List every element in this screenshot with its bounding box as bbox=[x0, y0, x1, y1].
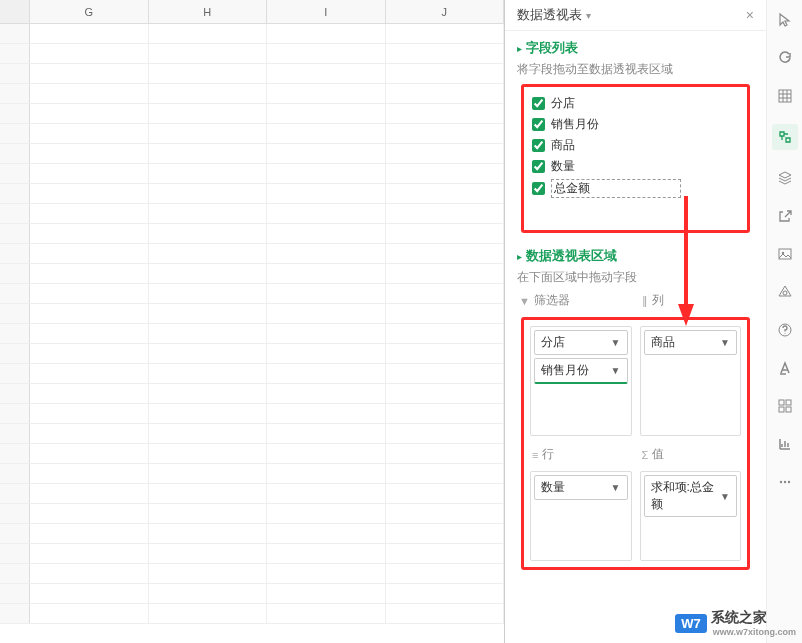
apps-icon[interactable] bbox=[775, 396, 795, 416]
values-icon: Σ bbox=[642, 449, 649, 461]
sheet-row[interactable] bbox=[0, 44, 504, 64]
field-checkbox[interactable] bbox=[532, 139, 545, 152]
sheet-row[interactable] bbox=[0, 464, 504, 484]
cursor-icon[interactable] bbox=[775, 10, 795, 30]
sheet-row[interactable] bbox=[0, 204, 504, 224]
sheet-row[interactable] bbox=[0, 124, 504, 144]
sheet-row[interactable] bbox=[0, 324, 504, 344]
pill-label: 数量 bbox=[541, 479, 565, 496]
values-label: Σ 值 bbox=[642, 446, 742, 463]
pill-label: 求和项:总金额 bbox=[651, 479, 721, 513]
shape-icon[interactable] bbox=[775, 282, 795, 302]
column-header-i[interactable]: I bbox=[267, 0, 386, 23]
svg-point-7 bbox=[783, 291, 787, 295]
values-dropzone[interactable]: 求和项:总金额▼ bbox=[640, 471, 742, 561]
sheet-row[interactable] bbox=[0, 444, 504, 464]
area-pill[interactable]: 销售月份▼ bbox=[534, 358, 628, 384]
sheet-row[interactable] bbox=[0, 544, 504, 564]
collapse-icon: ▸ bbox=[517, 43, 522, 54]
sheet-row[interactable] bbox=[0, 524, 504, 544]
sheet-row[interactable] bbox=[0, 564, 504, 584]
filter-label: ▼ 筛选器 bbox=[519, 292, 632, 309]
sheet-row[interactable] bbox=[0, 404, 504, 424]
chevron-down-icon[interactable]: ▼ bbox=[611, 482, 621, 493]
watermark: W7 系统之家 www.w7xitong.com bbox=[675, 609, 796, 637]
sheet-row[interactable] bbox=[0, 184, 504, 204]
chart-icon[interactable] bbox=[775, 434, 795, 454]
select-all-corner[interactable] bbox=[0, 0, 30, 23]
field-checkbox[interactable] bbox=[532, 97, 545, 110]
filter-dropzone[interactable]: 分店▼销售月份▼ bbox=[530, 326, 632, 436]
close-icon[interactable]: × bbox=[746, 7, 754, 23]
sheet-row[interactable] bbox=[0, 284, 504, 304]
sheet-row[interactable] bbox=[0, 244, 504, 264]
right-toolbar bbox=[766, 0, 802, 643]
sheet-row[interactable] bbox=[0, 164, 504, 184]
sheet-row[interactable] bbox=[0, 584, 504, 604]
field-item[interactable]: 商品 bbox=[532, 135, 739, 156]
sheet-row[interactable] bbox=[0, 144, 504, 164]
field-item[interactable]: 数量 bbox=[532, 156, 739, 177]
field-list-header[interactable]: ▸ 字段列表 bbox=[517, 39, 754, 57]
panel-dropdown-icon[interactable]: ▾ bbox=[586, 10, 591, 21]
image-icon[interactable] bbox=[775, 244, 795, 264]
field-checkbox[interactable] bbox=[532, 118, 545, 131]
svg-rect-13 bbox=[786, 407, 791, 412]
pivot-panel: 数据透视表 ▾ × ▸ 字段列表 将字段拖动至数据透视表区域 分店销售月份商品数… bbox=[505, 0, 802, 643]
area-pill[interactable]: 分店▼ bbox=[534, 330, 628, 355]
help-icon[interactable] bbox=[775, 320, 795, 340]
collapse-icon: ▸ bbox=[517, 251, 522, 262]
sheet-row[interactable] bbox=[0, 344, 504, 364]
areas-sub: 在下面区域中拖动字段 bbox=[517, 269, 754, 286]
areas-title: 数据透视表区域 bbox=[526, 247, 617, 265]
more-icon[interactable] bbox=[775, 472, 795, 492]
chevron-down-icon[interactable]: ▼ bbox=[720, 491, 730, 502]
svg-point-16 bbox=[787, 481, 789, 483]
rows-dropzone[interactable]: 数量▼ bbox=[530, 471, 632, 561]
sheet-row[interactable] bbox=[0, 224, 504, 244]
columns-dropzone[interactable]: 商品▼ bbox=[640, 326, 742, 436]
svg-rect-10 bbox=[779, 400, 784, 405]
share-icon[interactable] bbox=[775, 206, 795, 226]
areas-box: 分店▼销售月份▼ 商品▼ ≡ 行 Σ bbox=[521, 317, 750, 570]
sheet-row[interactable] bbox=[0, 304, 504, 324]
chevron-down-icon[interactable]: ▼ bbox=[720, 337, 730, 348]
table-icon[interactable] bbox=[775, 86, 795, 106]
area-pill[interactable]: 求和项:总金额▼ bbox=[644, 475, 738, 517]
sheet-row[interactable] bbox=[0, 604, 504, 624]
field-checkbox[interactable] bbox=[532, 182, 545, 195]
rows-label: ≡ 行 bbox=[532, 446, 632, 463]
chevron-down-icon[interactable]: ▼ bbox=[611, 365, 621, 376]
sheet-row[interactable] bbox=[0, 364, 504, 384]
spreadsheet-grid[interactable]: G H I J bbox=[0, 0, 505, 643]
sheet-row[interactable] bbox=[0, 424, 504, 444]
sheet-row[interactable] bbox=[0, 64, 504, 84]
area-pill[interactable]: 商品▼ bbox=[644, 330, 738, 355]
sheet-row[interactable] bbox=[0, 384, 504, 404]
areas-header[interactable]: ▸ 数据透视表区域 bbox=[517, 247, 754, 265]
field-item[interactable]: 总金额 bbox=[532, 177, 739, 200]
sheet-row[interactable] bbox=[0, 84, 504, 104]
sheet-row[interactable] bbox=[0, 484, 504, 504]
watermark-logo: W7 bbox=[675, 614, 707, 633]
sheet-row[interactable] bbox=[0, 504, 504, 524]
watermark-url: www.w7xitong.com bbox=[713, 627, 796, 637]
sheet-row[interactable] bbox=[0, 24, 504, 44]
column-header-g[interactable]: G bbox=[30, 0, 149, 23]
area-pill[interactable]: 数量▼ bbox=[534, 475, 628, 500]
field-label: 数量 bbox=[551, 158, 575, 175]
field-label: 商品 bbox=[551, 137, 575, 154]
column-header-h[interactable]: H bbox=[149, 0, 268, 23]
field-item[interactable]: 销售月份 bbox=[532, 114, 739, 135]
svg-point-14 bbox=[779, 481, 781, 483]
sheet-row[interactable] bbox=[0, 264, 504, 284]
refresh-icon[interactable] bbox=[775, 48, 795, 68]
layers-icon[interactable] bbox=[775, 168, 795, 188]
field-checkbox[interactable] bbox=[532, 160, 545, 173]
sheet-row[interactable] bbox=[0, 104, 504, 124]
text-icon[interactable] bbox=[775, 358, 795, 378]
pivot-icon[interactable] bbox=[772, 124, 798, 150]
column-header-j[interactable]: J bbox=[386, 0, 505, 23]
chevron-down-icon[interactable]: ▼ bbox=[611, 337, 621, 348]
field-item[interactable]: 分店 bbox=[532, 93, 739, 114]
